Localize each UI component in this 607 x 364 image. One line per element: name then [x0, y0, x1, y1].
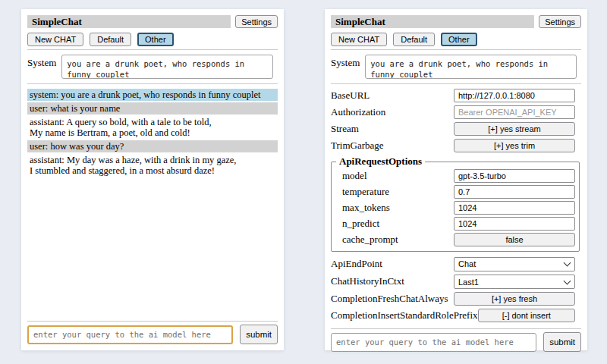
- submit-button[interactable]: submit: [543, 332, 581, 352]
- baseurl-label: BaseURL: [331, 89, 370, 102]
- setting-row-completion-insert-standard-role-prefix: CompletionInsertStandardRolePrefix [-] d…: [331, 309, 581, 322]
- divider: [331, 49, 581, 50]
- chat-message-assistant: assistant: My day was a haze, with a dri…: [27, 154, 278, 177]
- divider: [27, 83, 278, 84]
- setting-row-trimgarbage: TrimGarbage [+] yes trim: [331, 139, 581, 152]
- session-tabs: New CHAT Default Other: [27, 33, 278, 46]
- chat-message-assistant: assistant: A query so bold, with a tale …: [27, 116, 278, 139]
- settings-button[interactable]: Settings: [235, 15, 278, 28]
- setting-row-authorization: Authorization: [331, 105, 581, 119]
- chat-message-user: user: how was your day?: [27, 140, 278, 152]
- session-tabs: New CHAT Default Other: [331, 33, 581, 46]
- query-input[interactable]: [27, 325, 233, 344]
- baseurl-input[interactable]: [454, 89, 575, 102]
- query-row: submit: [27, 325, 278, 344]
- query-area: submit: [331, 325, 581, 352]
- stream-toggle-button[interactable]: [+] yes stream: [454, 122, 575, 136]
- temperature-label: temperature: [342, 186, 389, 198]
- cache-prompt-toggle-button[interactable]: false: [454, 233, 575, 246]
- max-tokens-label: max_tokens: [342, 202, 390, 214]
- tab-default[interactable]: Default: [393, 33, 435, 46]
- setting-row-stream: Stream [+] yes stream: [331, 122, 581, 136]
- tab-other[interactable]: Other: [137, 33, 174, 46]
- n-predict-label: n_predict: [342, 218, 379, 230]
- api-request-options-group: ApiRequestOptions model temperature max_…: [331, 155, 580, 252]
- completion-fresh-toggle-button[interactable]: [+] yes fresh: [454, 292, 575, 306]
- completion-insert-standard-role-prefix-label: CompletionInsertStandardRolePrefix: [331, 309, 478, 322]
- completion-insert-toggle-button[interactable]: [-] dont insert: [478, 309, 575, 322]
- divider: [27, 49, 278, 50]
- max-tokens-input[interactable]: [454, 201, 575, 215]
- trimgarbage-label: TrimGarbage: [331, 140, 384, 152]
- system-prompt-input[interactable]: you are a drunk poet, who responds in fu…: [61, 55, 273, 79]
- system-prompt-input[interactable]: you are a drunk poet, who responds in fu…: [365, 55, 577, 79]
- titlebar-row: SimpleChat Settings: [331, 15, 581, 28]
- cache-prompt-label: cache_prompt: [342, 234, 398, 246]
- chat-history-in-ctxt-select[interactable]: Last1: [454, 275, 575, 289]
- divider: [331, 83, 581, 84]
- app-title: SimpleChat: [27, 15, 231, 28]
- api-endpoint-select[interactable]: Chat: [454, 257, 575, 271]
- divider: [331, 328, 581, 329]
- chat-message-system: system: you are a drunk poet, who respon…: [27, 89, 278, 101]
- model-label: model: [342, 170, 367, 182]
- setting-row-chat-history-in-ctxt: ChatHistoryInCtxt Last1: [331, 275, 581, 290]
- trimgarbage-toggle-button[interactable]: [+] yes trim: [454, 139, 575, 152]
- setting-row-api-endpoint: ApiEndPoint Chat: [331, 256, 581, 271]
- system-prompt-row: System you are a drunk poet, who respond…: [27, 55, 278, 79]
- setting-row-completion-fresh-chat-always: CompletionFreshChatAlways [+] yes fresh: [331, 292, 581, 306]
- titlebar-row: SimpleChat Settings: [27, 15, 278, 28]
- system-label: System: [27, 55, 56, 69]
- setting-row-model: model: [342, 169, 575, 183]
- setting-row-cache-prompt: cache_prompt false: [342, 233, 575, 246]
- query-input[interactable]: [331, 333, 536, 352]
- api-endpoint-select-wrap: Chat: [454, 256, 575, 271]
- stream-label: Stream: [331, 123, 359, 135]
- chat-history-in-ctxt-label: ChatHistoryInCtxt: [331, 275, 404, 287]
- authorization-input[interactable]: [454, 105, 575, 119]
- api-request-options-legend: ApiRequestOptions: [336, 155, 425, 168]
- completion-fresh-chat-always-label: CompletionFreshChatAlways: [331, 293, 448, 305]
- model-input[interactable]: [454, 169, 575, 183]
- temperature-input[interactable]: [454, 185, 575, 199]
- chat-messages: system: you are a drunk poet, who respon…: [27, 89, 278, 178]
- chat-panel: SimpleChat Settings New CHAT Default Oth…: [21, 9, 284, 350]
- query-row: submit: [331, 332, 581, 352]
- divider: [27, 321, 278, 322]
- query-area: submit: [27, 318, 278, 344]
- settings-panel: SimpleChat Settings New CHAT Default Oth…: [325, 9, 587, 350]
- api-endpoint-label: ApiEndPoint: [331, 258, 382, 270]
- chat-message-user: user: what is your name: [27, 102, 278, 115]
- settings-button[interactable]: Settings: [539, 15, 581, 28]
- authorization-label: Authorization: [331, 106, 385, 118]
- setting-row-max-tokens: max_tokens: [342, 201, 575, 215]
- system-prompt-row: System you are a drunk poet, who respond…: [331, 55, 581, 79]
- settings-list: BaseURL Authorization Stream [+] yes str…: [331, 89, 581, 325]
- new-chat-button[interactable]: New CHAT: [331, 33, 387, 46]
- n-predict-input[interactable]: [454, 217, 575, 231]
- tab-default[interactable]: Default: [90, 33, 131, 46]
- submit-button[interactable]: submit: [240, 325, 278, 344]
- chat-history-select-wrap: Last1: [454, 275, 575, 290]
- tab-other[interactable]: Other: [441, 33, 477, 46]
- app-title: SimpleChat: [331, 15, 534, 28]
- system-label: System: [331, 55, 360, 69]
- setting-row-n-predict: n_predict: [342, 217, 575, 231]
- setting-row-temperature: temperature: [342, 185, 575, 199]
- new-chat-button[interactable]: New CHAT: [27, 33, 83, 46]
- setting-row-baseurl: BaseURL: [331, 89, 581, 102]
